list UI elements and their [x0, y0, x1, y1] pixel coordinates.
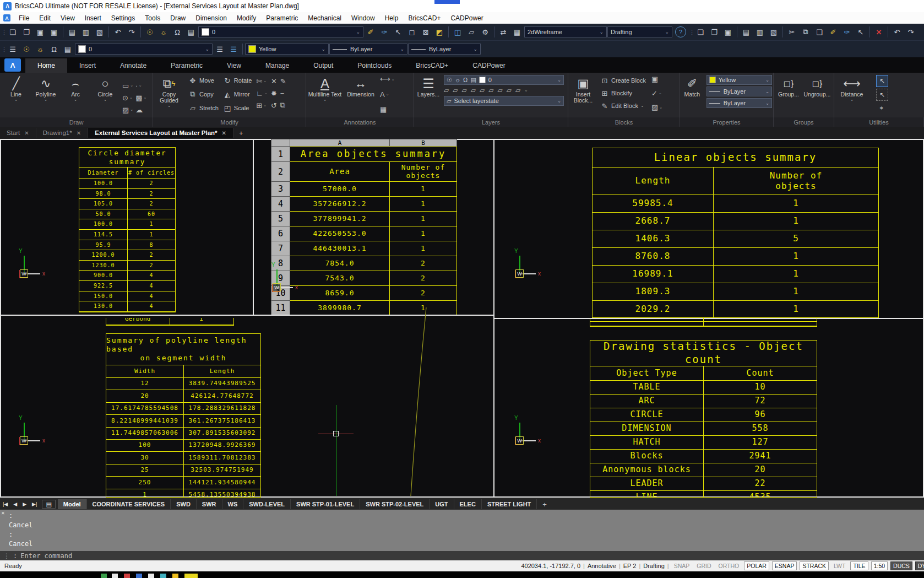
color-dropdown[interactable]: Yellow ⌄ — [245, 44, 329, 55]
layout-tab-elec[interactable]: ELEC — [454, 499, 482, 509]
layer-plot-icon[interactable]: ▤ — [61, 43, 74, 55]
reverse-button[interactable]: ↺ — [271, 101, 277, 110]
ribbon-linetype-dropdown[interactable]: ByLayer ⌄ — [706, 87, 772, 96]
sheet-cell[interactable]: 7543.0 — [290, 271, 390, 286]
distance-button[interactable]: ⟷ Distance ⌄ — [835, 75, 868, 102]
menu-item-cadpower[interactable]: CADPower — [445, 13, 488, 23]
layerstate-dropdown[interactable]: ▱ Select layerstate ⌄ — [444, 96, 564, 106]
layerstate-new-button[interactable]: ☰ — [227, 43, 240, 55]
layer-on-icon[interactable]: ☉ — [143, 26, 156, 38]
circle-button[interactable]: ○Circle⌄ — [90, 75, 120, 102]
deselect-button[interactable]: ⊠ — [419, 26, 432, 38]
polyline-length-summary-table[interactable]: Summary of polyline length basedon segme… — [106, 333, 261, 498]
status-toggle-dyn[interactable]: DYN — [915, 561, 924, 570]
row-number[interactable]: 1 — [271, 147, 290, 162]
ribbon-tab-home[interactable]: Home — [25, 58, 67, 73]
status-field[interactable]: EP 2 — [623, 563, 637, 569]
layout-tab-ugt[interactable]: UGT — [430, 499, 454, 509]
layout-tab-swr[interactable]: SWR — [197, 499, 222, 509]
sheet-cell[interactable]: 1 — [390, 212, 457, 226]
workspace-dropdown[interactable]: Drafting ⌄ — [607, 26, 672, 37]
move-button[interactable]: ✥Move — [188, 75, 219, 86]
viewport-divider[interactable] — [253, 139, 254, 315]
rotate-button[interactable]: ↻Rotate — [223, 75, 252, 86]
status-field[interactable]: Drafting — [643, 563, 665, 569]
table-button[interactable]: ▦ — [380, 105, 395, 114]
lineweight-dropdown[interactable]: ByLayer ⌄ — [408, 44, 481, 55]
area-objects-spreadsheet[interactable]: AB1Area objects summary2AreaNumber ofobj… — [271, 139, 457, 315]
trim-button[interactable]: ✄⌄ — [256, 77, 268, 85]
menu-item-settings[interactable]: Settings — [106, 13, 140, 23]
sheet-cell[interactable]: 377899941.2 — [290, 212, 390, 226]
undo-button[interactable]: ↶ — [111, 26, 124, 38]
sheet-header-cell[interactable]: Area — [290, 162, 390, 182]
create-block-button[interactable]: ⊡Create Block — [600, 75, 646, 86]
layers-edit-button[interactable]: ☰ — [6, 43, 19, 55]
layer-freeze-icon[interactable]: ▱ — [461, 87, 466, 94]
quick-select-button[interactable]: ↖ — [876, 89, 888, 101]
menu-item-view[interactable]: View — [56, 13, 80, 23]
status-toggle-grid[interactable]: GRID — [694, 562, 713, 570]
erase-button[interactable]: ▱ — [465, 26, 478, 38]
toolbar-grip[interactable]: ⋮ — [689, 29, 693, 36]
command-history[interactable]: :Cancel:Cancel — [0, 510, 924, 551]
cut-button[interactable]: ✂ — [785, 26, 798, 38]
linetype-dropdown[interactable]: ByLayer ⌄ — [329, 44, 407, 55]
layout-tab-swr-stp-01-level[interactable]: SWR STP-01-LEVEL — [291, 499, 360, 509]
ribbon-layer-dropdown[interactable]: ☉ ☼ Ω ▤ 0 ⌄ — [444, 75, 564, 85]
ribbon-tab-cadpower[interactable]: CADPower — [460, 58, 517, 73]
menu-item-draw[interactable]: Draw — [165, 13, 191, 23]
menu-item-modify[interactable]: Modify — [232, 13, 261, 23]
sheet-header-cell[interactable]: Number ofobjects — [390, 162, 457, 182]
visual-style-dropdown[interactable]: 2dWireframe ⌄ — [524, 26, 607, 37]
first-tab-button[interactable]: |◀ — [0, 501, 10, 507]
layer-isolate-icon[interactable]: ▱ — [480, 87, 485, 94]
sheet-set-button[interactable]: ▨⌄ — [651, 103, 662, 111]
status-toggle-tile[interactable]: TILE — [850, 561, 868, 570]
layout-tab-swr-stp-02-level[interactable]: SWR STP-02-LEVEL — [360, 499, 430, 509]
sheet-cell[interactable]: 446430013.1 — [290, 241, 390, 256]
document-tab[interactable]: Drawing1*✕ — [36, 128, 88, 138]
line-button[interactable]: ╱Line⌄ — [1, 75, 31, 102]
row-number[interactable]: 4 — [271, 197, 290, 212]
ribbon-tab-output[interactable]: Output — [301, 58, 345, 73]
ribbon-tab-insert[interactable]: Insert — [67, 58, 108, 73]
layer-lock-icon[interactable]: Ω — [47, 43, 61, 55]
close-icon[interactable]: ✕ — [222, 130, 226, 136]
edit-button[interactable]: ✎ — [280, 77, 286, 85]
mirror-button[interactable]: ◭Mirror — [223, 89, 252, 100]
block-save-button[interactable]: ▣ — [651, 75, 662, 83]
sheet-cell[interactable]: 2 — [390, 256, 457, 271]
menu-item-mechanical[interactable]: Mechanical — [303, 13, 346, 23]
layout-tab-street-light[interactable]: STREET LIGHT — [482, 499, 537, 509]
row-number[interactable]: 5 — [271, 212, 290, 226]
layout-tab-swd[interactable]: SWD — [171, 499, 197, 509]
sheet-cell[interactable]: 3899980.7 — [290, 301, 390, 315]
insert-block-button[interactable]: ▣ Insert Block... — [569, 75, 597, 104]
undo-button[interactable]: ↶ — [890, 26, 904, 38]
match-properties-button[interactable]: ✐ Match — [681, 75, 703, 98]
ribbon-lineweight-dropdown[interactable]: ByLayer ⌄ — [706, 98, 772, 108]
viewports-button[interactable]: ⇄ — [497, 26, 510, 38]
column-header-a[interactable]: A — [290, 139, 390, 147]
menu-item-bricscad-[interactable]: BricsCAD+ — [403, 13, 445, 23]
sheet-cell[interactable]: 1 — [390, 241, 457, 256]
ribbon-tab-view[interactable]: View — [215, 58, 253, 73]
eyedropper-button[interactable]: ✑ — [840, 26, 854, 38]
menu-item-file[interactable]: File — [14, 13, 34, 23]
layout-tab-model[interactable]: Model — [58, 499, 87, 509]
save-button[interactable]: ▣ — [34, 26, 47, 38]
layer-merge-icon[interactable]: ▱ — [515, 87, 520, 94]
next-tab-button[interactable]: ▶ — [20, 501, 29, 507]
menu-item-window[interactable]: Window — [346, 13, 380, 23]
layer-thaw-icon[interactable]: ▱ — [471, 87, 476, 94]
settings-button[interactable]: ⚙ — [479, 26, 492, 38]
paste-button[interactable]: ❑ — [813, 26, 826, 38]
save-button[interactable]: ▣ — [721, 26, 735, 38]
row-number[interactable]: 9 — [271, 271, 290, 286]
sheet-title-cell[interactable]: Area objects summary — [290, 147, 457, 162]
row-number[interactable]: 11 — [271, 301, 290, 315]
spreadsheet-corner[interactable] — [271, 139, 290, 147]
plot-preview-button[interactable]: ▥ — [79, 26, 93, 38]
redo-button[interactable]: ↷ — [904, 26, 917, 38]
